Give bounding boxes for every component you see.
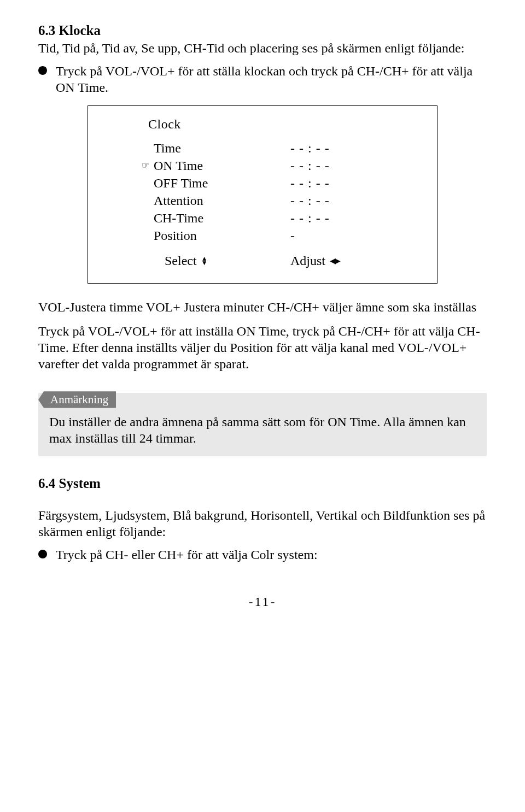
clock-label-time: Time: [154, 140, 181, 156]
paragraph-vol-justera: VOL-Justera timme VOL+ Justera minuter C…: [38, 299, 487, 315]
clock-label-off-time: OFF Time: [154, 175, 208, 191]
clock-select-adjust-row: Select ▲▼ Adjust ◀▶: [88, 252, 437, 269]
section-6-4-intro: Färgsystem, Ljudsystem, Blå bakgrund, Ho…: [38, 507, 487, 540]
clock-label-attention: Attention: [154, 192, 203, 209]
clock-row-time: Time - - : - -: [88, 140, 437, 156]
clock-menu-title: Clock: [88, 116, 437, 132]
clock-value-attention: - - : - -: [290, 192, 404, 209]
pointer-hand-icon: ☞: [142, 160, 151, 171]
clock-label-on-time: ON Time: [154, 157, 203, 174]
clock-value-position: -: [290, 227, 404, 244]
clock-value-time: - - : - -: [290, 140, 404, 156]
bullet-dot-icon: [38, 550, 47, 558]
bullet-item-set-clock: Tryck på VOL-/VOL+ för att ställa klocka…: [38, 63, 487, 96]
clock-row-position: Position -: [88, 227, 437, 244]
note-label: Anmärkning: [38, 391, 116, 408]
clock-row-on-time: ☞ ON Time - - : - -: [88, 157, 437, 174]
clock-row-attention: Attention - - : - -: [88, 192, 437, 209]
clock-adjust-label: Adjust: [290, 252, 325, 269]
clock-value-on-time: - - : - -: [290, 157, 404, 174]
section-6-3-heading: 6.3 Klocka: [38, 22, 487, 39]
bullet-dot-icon: [38, 66, 47, 75]
bullet-item-color-system: Tryck på CH- eller CH+ för att välja Col…: [38, 546, 487, 563]
left-right-arrows-icon: ◀▶: [330, 256, 340, 266]
note-body: Du inställer de andra ämnena på samma sä…: [49, 414, 476, 446]
paragraph-tryck-vol: Tryck på VOL-/VOL+ för att inställa ON T…: [38, 323, 487, 372]
clock-row-ch-time: CH-Time - - : - -: [88, 210, 437, 226]
clock-label-ch-time: CH-Time: [154, 210, 203, 226]
clock-row-off-time: OFF Time - - : - -: [88, 175, 437, 191]
clock-select-label: Select: [165, 252, 197, 269]
clock-value-ch-time: - - : - -: [290, 210, 404, 226]
up-down-arrows-icon: ▲▼: [201, 256, 208, 265]
note-box: Anmärkning Du inställer de andra ämnena …: [38, 393, 487, 456]
bullet-text: Tryck på CH- eller CH+ för att välja Col…: [56, 546, 318, 563]
clock-menu-box: Clock Time - - : - - ☞ ON Time - - : - -…: [88, 105, 438, 284]
section-6-4-heading: 6.4 System: [38, 475, 487, 492]
page-number: -11-: [38, 593, 487, 610]
section-6-3-intro: Tid, Tid på, Tid av, Se upp, CH-Tid och …: [38, 40, 487, 56]
bullet-text: Tryck på VOL-/VOL+ för att ställa klocka…: [56, 63, 487, 96]
clock-label-position: Position: [154, 227, 197, 244]
clock-value-off-time: - - : - -: [290, 175, 404, 191]
